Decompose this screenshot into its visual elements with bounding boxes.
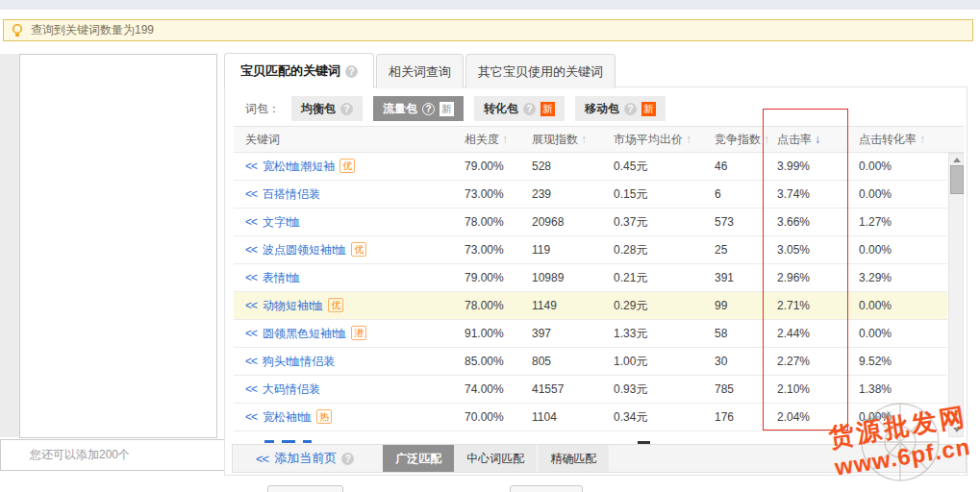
column-header[interactable]: 展现指数 bbox=[524, 127, 606, 152]
sort-up-icon bbox=[581, 133, 587, 146]
avg-price-cell: 0.28元 bbox=[606, 236, 707, 263]
add-keyword-chevrons[interactable]: << bbox=[245, 327, 257, 340]
remaining-quota-text: 您还可以添加200个 bbox=[0, 439, 246, 471]
column-header[interactable]: 点击转化率 bbox=[851, 127, 965, 152]
avg-price-cell: 0.37元 bbox=[606, 209, 707, 235]
avg-price-cell: 1.33元 bbox=[606, 320, 707, 347]
word-pack-button[interactable]: 流量包新 bbox=[373, 96, 464, 121]
ctr-cell: 2.71% bbox=[769, 292, 851, 319]
column-header[interactable]: 关键词 bbox=[234, 127, 457, 152]
add-keyword-chevrons[interactable]: << bbox=[245, 299, 257, 312]
avg-price-cell: 0.93元 bbox=[606, 376, 707, 403]
keyword-link[interactable]: 动物短袖t恤 bbox=[263, 299, 323, 312]
table-header: 关键词 相关度 展现指数 市场平均出价 竞争指数 点击率 点击转化率 bbox=[234, 126, 965, 153]
word-pack-button-label: 流量包 bbox=[383, 101, 417, 117]
word-pack-button-label: 均衡包 bbox=[301, 101, 336, 117]
column-header[interactable]: 相关度 bbox=[457, 127, 524, 152]
table-scrollbar[interactable] bbox=[948, 153, 964, 437]
keyword-link[interactable]: 波点圆领短袖t恤 bbox=[263, 243, 346, 257]
clipped-bottom-button[interactable] bbox=[267, 485, 343, 492]
relevance-cell: 70.00% bbox=[457, 404, 524, 430]
table-row: <<大码情侣装 74.00% 41557 0.93元 785 2.10% 1.3… bbox=[234, 376, 947, 404]
column-header-label: 竞争指数 bbox=[715, 133, 761, 146]
tab[interactable]: 宝贝匹配的关键词 bbox=[224, 53, 374, 88]
impressions-cell: 1104 bbox=[524, 404, 606, 430]
tab[interactable]: 其它宝贝使用的关键词 bbox=[465, 54, 616, 88]
word-pack-button[interactable]: 均衡包 bbox=[291, 96, 363, 121]
add-keyword-chevrons[interactable]: << bbox=[245, 355, 257, 368]
clipped-bottom-button[interactable] bbox=[510, 485, 583, 492]
keyword-link[interactable]: 百搭情侣装 bbox=[263, 187, 320, 201]
add-keyword-chevrons[interactable]: << bbox=[245, 215, 257, 229]
cvr-cell: 0.00% bbox=[851, 181, 947, 208]
table-row: <<表情t恤 79.00% 10989 0.21元 391 2.96% 3.29… bbox=[234, 264, 947, 292]
word-pack-button[interactable]: 移动包新 bbox=[575, 96, 666, 121]
add-current-page-link[interactable]: 添加当前页 bbox=[274, 450, 337, 467]
tab-bar: 宝贝匹配的关键词 相关词查询 其它宝贝使用的关键词 bbox=[224, 53, 616, 88]
keyword-tag-badge: 优 bbox=[328, 298, 343, 312]
relevance-cell: 74.00% bbox=[457, 376, 524, 403]
table-row: <<狗头t恤情侣装 85.00% 805 1.00元 30 2.27% 9.52… bbox=[234, 348, 947, 376]
word-pack-buttons: 均衡包 流量包新 转化包新 移动包新 bbox=[291, 96, 676, 121]
keyword-tag-badge: 潜 bbox=[351, 326, 366, 340]
help-icon[interactable] bbox=[341, 453, 354, 465]
help-icon[interactable] bbox=[345, 65, 358, 78]
avg-price-cell: 0.15元 bbox=[606, 181, 707, 208]
keyword-link[interactable]: 圆领黑色短袖t恤 bbox=[263, 327, 346, 340]
keyword-cell: <<宽松t恤潮短袖优 bbox=[234, 153, 457, 180]
match-mode-button[interactable]: 中心词匹配 bbox=[454, 445, 538, 472]
keyword-link[interactable]: 表情t恤 bbox=[263, 271, 300, 284]
keyword-link[interactable]: 宽松袖t恤 bbox=[263, 410, 312, 424]
scroll-up-icon[interactable] bbox=[953, 158, 961, 162]
keyword-link[interactable]: 大码情侣装 bbox=[263, 382, 320, 396]
add-keyword-chevrons[interactable]: << bbox=[245, 382, 257, 396]
left-rail bbox=[0, 54, 19, 437]
avg-price-cell: 1.00元 bbox=[606, 348, 707, 375]
competition-cell: 58 bbox=[707, 320, 769, 347]
help-icon[interactable] bbox=[624, 103, 637, 115]
help-icon[interactable] bbox=[422, 103, 435, 115]
help-icon[interactable] bbox=[340, 103, 353, 115]
competition-cell: 99 bbox=[707, 292, 769, 319]
tab-label: 其它宝贝使用的关键词 bbox=[478, 64, 603, 79]
impressions-cell: 41557 bbox=[524, 376, 606, 403]
scrollbar-thumb[interactable] bbox=[950, 165, 964, 194]
column-header[interactable]: 竞争指数 bbox=[707, 127, 769, 152]
keyword-link[interactable]: 狗头t恤情侣装 bbox=[263, 355, 335, 368]
competition-cell: 6 bbox=[707, 181, 769, 208]
selected-keywords-panel[interactable] bbox=[19, 54, 217, 438]
cvr-cell: 0.00% bbox=[851, 404, 947, 430]
ctr-cell: 3.99% bbox=[769, 153, 851, 180]
cvr-cell: 0.00% bbox=[851, 153, 947, 180]
competition-cell: 25 bbox=[707, 236, 769, 263]
add-keyword-chevrons[interactable]: << bbox=[245, 410, 257, 424]
sort-up-icon bbox=[919, 133, 925, 146]
scroll-down-icon[interactable] bbox=[953, 428, 961, 432]
cvr-cell: 1.38% bbox=[851, 376, 947, 403]
add-page-chevrons[interactable]: << bbox=[256, 452, 268, 466]
tab-label: 宝贝匹配的关键词 bbox=[240, 63, 340, 78]
column-header[interactable]: 市场平均出价 bbox=[606, 127, 707, 152]
add-keyword-chevrons[interactable]: << bbox=[245, 271, 257, 284]
relevance-cell: 78.00% bbox=[457, 209, 524, 235]
add-keyword-chevrons[interactable]: << bbox=[245, 187, 257, 201]
help-icon[interactable] bbox=[523, 103, 536, 115]
add-keyword-chevrons[interactable]: << bbox=[245, 243, 257, 257]
word-pack-button[interactable]: 转化包新 bbox=[474, 96, 565, 121]
ctr-cell: 2.10% bbox=[769, 376, 851, 403]
sort-down-icon bbox=[815, 133, 820, 146]
cvr-cell: 0.00% bbox=[851, 292, 947, 319]
avg-price-cell: 0.29元 bbox=[606, 292, 707, 319]
word-pack-label: 词包： bbox=[245, 101, 280, 117]
match-mode-button[interactable]: 广泛匹配 bbox=[383, 445, 454, 472]
keyword-link[interactable]: 文字t恤 bbox=[263, 215, 300, 229]
impressions-cell: 119 bbox=[524, 236, 606, 263]
add-keyword-chevrons[interactable]: << bbox=[245, 160, 257, 173]
keyword-link[interactable]: 宽松t恤潮短袖 bbox=[263, 160, 335, 173]
match-mode-button[interactable]: 精确匹配 bbox=[538, 445, 610, 472]
competition-cell: 176 bbox=[707, 404, 769, 430]
avg-price-cell: 0.45元 bbox=[606, 153, 707, 180]
impressions-cell: 239 bbox=[524, 181, 606, 208]
tab[interactable]: 相关词查询 bbox=[376, 54, 464, 88]
column-header[interactable]: 点击率 bbox=[769, 127, 851, 152]
